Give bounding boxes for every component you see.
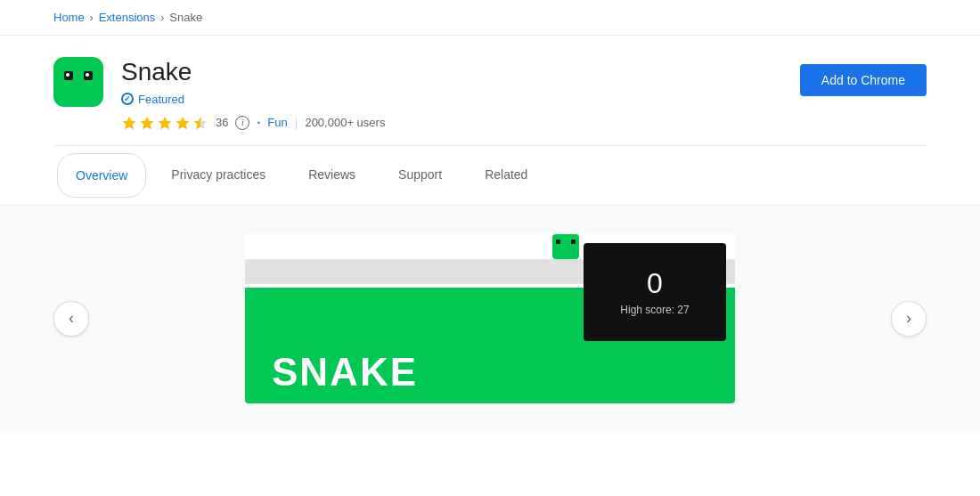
snake-face-icon (61, 66, 96, 98)
app-info-left: Snake ✓ Featured (53, 57, 385, 131)
star-1 (121, 115, 137, 131)
snake-eye-left (64, 71, 73, 80)
star-2 (139, 115, 155, 131)
tab-overview[interactable]: Overview (57, 153, 146, 198)
app-details: Snake ✓ Featured (121, 57, 385, 131)
star-4 (175, 115, 191, 131)
svg-marker-2 (159, 116, 171, 128)
breadcrumb-sep-1: › (90, 12, 94, 24)
svg-marker-4 (194, 116, 207, 128)
app-name: Snake (121, 57, 385, 87)
score-overlay: 0 High score: 27 (584, 243, 726, 341)
screenshot-container: SNAKE 0 High score: 27 (245, 234, 735, 403)
breadcrumb-extensions[interactable]: Extensions (99, 11, 156, 24)
app-header: Snake ✓ Featured (0, 36, 980, 145)
tab-reviews[interactable]: Reviews (290, 153, 373, 198)
carousel-prev-button[interactable]: ‹ (53, 301, 89, 337)
breadcrumb-current: Snake (169, 11, 202, 24)
users-count: 200,000+ users (305, 116, 385, 129)
snake-eye-right (84, 71, 93, 80)
divider-dot: · (257, 116, 260, 130)
svg-marker-0 (123, 116, 135, 128)
info-icon[interactable]: i (235, 116, 249, 130)
rating-row: 36 i · Fun | 200,000+ users (121, 115, 385, 131)
app-icon (53, 57, 103, 107)
mini-eye-right (571, 240, 576, 244)
tab-support[interactable]: Support (380, 153, 460, 198)
pipe-divider: | (295, 116, 298, 130)
star-3 (157, 115, 173, 131)
mini-eye-left (556, 240, 560, 244)
breadcrumb-home[interactable]: Home (53, 11, 85, 24)
score-number: 0 (647, 267, 663, 300)
tabs-nav: Overview Privacy practices Reviews Suppo… (0, 146, 980, 206)
featured-badge: ✓ Featured (121, 93, 385, 106)
featured-label: Featured (138, 93, 184, 106)
tab-privacy[interactable]: Privacy practices (153, 153, 283, 198)
verified-icon: ✓ (121, 93, 134, 105)
carousel-next-button[interactable]: › (891, 301, 927, 337)
breadcrumb: Home › Extensions › Snake (0, 0, 980, 36)
star-5-half (192, 115, 208, 131)
screenshot-section: ‹ SNAKE 0 High score: 27 › (0, 206, 980, 432)
game-title: SNAKE (272, 350, 418, 394)
category-tag[interactable]: Fun (267, 116, 287, 129)
mini-snake-icon (552, 234, 579, 259)
add-to-chrome-button[interactable]: Add to Chrome (800, 64, 927, 96)
svg-marker-1 (141, 116, 153, 128)
tab-related[interactable]: Related (467, 153, 545, 198)
star-rating (121, 115, 208, 131)
breadcrumb-sep-2: › (160, 12, 164, 24)
svg-marker-3 (176, 116, 189, 128)
high-score-label: High score: 27 (620, 304, 689, 316)
rating-count: 36 (216, 116, 228, 129)
screenshot-bg: SNAKE 0 High score: 27 (245, 234, 735, 403)
